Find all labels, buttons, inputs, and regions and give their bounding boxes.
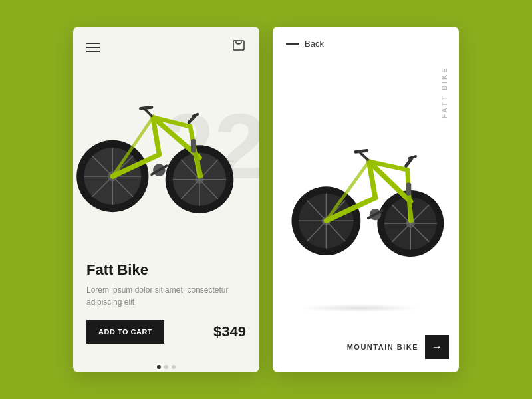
product-description: Lorem ipsum dolor sit amet, consectetur … [86, 284, 246, 308]
product-price: $349 [213, 323, 246, 340]
screens-container: 22 [73, 27, 459, 372]
svg-rect-0 [233, 41, 244, 50]
svg-line-24 [140, 107, 152, 108]
cart-icon[interactable] [231, 39, 246, 55]
svg-line-52 [356, 150, 367, 152]
next-product-label: MOUNTAIN BIKE [347, 343, 418, 351]
bike-illustration-left [73, 75, 246, 221]
hamburger-menu-icon[interactable] [86, 43, 100, 52]
dot-2[interactable] [164, 365, 168, 369]
svg-line-22 [194, 114, 198, 116]
bike-illustration-right [283, 124, 449, 257]
svg-line-51 [360, 153, 368, 160]
product-title: Fatt Bike [86, 261, 246, 279]
next-product-arrow-button[interactable]: → [425, 335, 449, 359]
header-right: Back [273, 27, 459, 55]
back-button[interactable]: Back [305, 39, 324, 49]
card-actions: ADD TO CART $349 [86, 320, 246, 344]
product-info: Fatt Bike Lorem ipsum dolor sit amet, co… [73, 249, 259, 358]
svg-line-23 [146, 110, 152, 116]
product-card-left: 22 [73, 27, 259, 372]
svg-rect-28 [191, 139, 196, 153]
product-card-right: Back FATT BIKE [273, 27, 459, 372]
pagination-dots [73, 358, 259, 372]
add-to-cart-button[interactable]: ADD TO CART [86, 320, 164, 344]
svg-line-50 [409, 156, 416, 158]
header-left [73, 27, 259, 62]
right-card-footer: MOUNTAIN BIKE → [273, 325, 459, 372]
bike-image-area-left: 22 [73, 62, 259, 249]
dot-1[interactable] [157, 365, 161, 369]
bike-image-area-right [273, 55, 459, 325]
svg-rect-56 [406, 182, 412, 195]
bike-shadow [300, 304, 420, 312]
back-dash-icon [286, 43, 299, 45]
dot-3[interactable] [172, 365, 176, 369]
